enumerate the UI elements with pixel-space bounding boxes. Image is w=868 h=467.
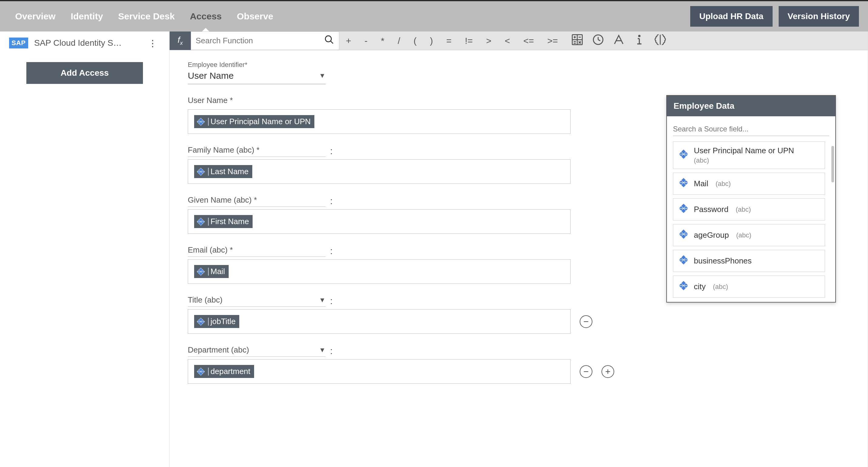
operator-button[interactable]: + xyxy=(339,36,358,46)
source-field-name: Password xyxy=(694,205,728,214)
diamond-icon xyxy=(196,317,205,326)
source-chip[interactable]: Mail xyxy=(194,265,229,278)
mapping-input[interactable]: department xyxy=(188,359,570,384)
source-field-item[interactable]: city(abc) xyxy=(673,276,825,298)
field-group: Given Name (abc) *:First Name xyxy=(188,195,666,234)
colon-label: : xyxy=(330,346,333,356)
sidebar: SAP SAP Cloud Identity S… ⋮ Add Access xyxy=(0,31,169,467)
version-history-button[interactable]: Version History xyxy=(779,6,859,27)
operator-button[interactable]: = xyxy=(440,36,459,46)
diamond-icon xyxy=(196,167,205,176)
operator-button[interactable]: * xyxy=(374,36,391,46)
formula-toolbar: fx +-*/()=!=><<=>= xyxy=(169,31,868,50)
field-group: Department (abc)▼:department xyxy=(188,345,666,384)
mapping-input[interactable]: Mail xyxy=(188,259,570,284)
formula-tool-icons xyxy=(570,31,676,50)
chip-label: Mail xyxy=(211,267,225,276)
source-field-item[interactable]: ageGroup(abc) xyxy=(673,224,825,246)
colon-label: : xyxy=(330,246,333,256)
chip-label: First Name xyxy=(211,217,249,226)
svg-point-4 xyxy=(325,36,331,42)
operator-button[interactable]: != xyxy=(458,36,479,46)
diamond-icon xyxy=(196,118,205,126)
source-field-item[interactable]: Password(abc) xyxy=(673,198,825,220)
source-field-list: User Principal Name or UPN(abc)Mail(abc)… xyxy=(673,142,829,302)
source-field-item[interactable]: User Principal Name or UPN(abc) xyxy=(673,142,825,169)
source-chip[interactable]: jobTitle xyxy=(194,315,239,328)
operator-button[interactable]: <= xyxy=(517,36,540,46)
remove-field-button[interactable] xyxy=(580,315,592,328)
source-field-type: (abc) xyxy=(716,180,731,188)
tab-service-desk[interactable]: Service Desk xyxy=(112,6,181,27)
diamond-icon xyxy=(196,217,205,226)
fx-badge-icon: fx xyxy=(169,31,191,50)
source-field-type: (abc) xyxy=(736,231,751,239)
scrollbar-thumb[interactable] xyxy=(831,146,834,182)
mapping-input[interactable]: User Principal Name or UPN xyxy=(188,109,570,134)
field-label[interactable]: Department (abc)▼ xyxy=(188,345,326,357)
mapping-input[interactable]: jobTitle xyxy=(188,309,570,334)
diamond-icon xyxy=(678,203,689,216)
chip-label: Last Name xyxy=(211,167,249,176)
nav-actions: Upload HR Data Version History xyxy=(690,6,859,27)
source-field-name: User Principal Name or UPN xyxy=(694,146,794,155)
operator-button[interactable]: ) xyxy=(424,36,440,46)
mapping-input[interactable]: First Name xyxy=(188,209,570,234)
calculator-icon[interactable] xyxy=(570,33,584,49)
sidebar-item-label: SAP Cloud Identity S… xyxy=(34,38,139,48)
source-chip[interactable]: Last Name xyxy=(194,165,252,178)
operator-button[interactable]: < xyxy=(498,36,517,46)
add-field-button[interactable] xyxy=(601,365,614,378)
add-access-button[interactable]: Add Access xyxy=(26,62,143,84)
mapping-input[interactable]: Last Name xyxy=(188,159,570,184)
colon-label: : xyxy=(330,146,333,156)
source-field-item[interactable]: Mail(abc) xyxy=(673,173,825,195)
function-search-input[interactable] xyxy=(196,32,324,50)
remove-field-button[interactable] xyxy=(580,365,592,378)
chip-label: department xyxy=(211,367,250,376)
operator-button[interactable]: / xyxy=(391,36,407,46)
source-chip[interactable]: First Name xyxy=(194,215,253,228)
operator-button[interactable]: ( xyxy=(407,36,424,46)
tab-access[interactable]: Access xyxy=(184,6,228,27)
svg-point-20 xyxy=(639,35,640,37)
field-label: Given Name (abc) * xyxy=(188,195,326,207)
source-field-item[interactable]: businessPhones xyxy=(673,250,825,272)
operator-buttons: +-*/()=!=><<=>= xyxy=(339,31,564,50)
operator-button[interactable]: > xyxy=(479,36,498,46)
field-label: Family Name (abc) * xyxy=(188,145,326,157)
font-icon[interactable] xyxy=(612,33,625,48)
diamond-icon xyxy=(196,268,205,276)
chevron-down-icon: ▼ xyxy=(319,72,326,80)
source-field-name: Mail xyxy=(694,179,708,188)
source-field-search-input[interactable] xyxy=(673,122,829,136)
tab-overview[interactable]: Overview xyxy=(9,6,61,27)
svg-line-18 xyxy=(598,40,600,41)
operator-button[interactable]: >= xyxy=(540,36,564,46)
source-field-name: ageGroup xyxy=(694,230,729,240)
kebab-menu-icon[interactable]: ⋮ xyxy=(145,38,160,49)
field-group: User Name *User Principal Name or UPN xyxy=(188,96,666,134)
brain-icon[interactable] xyxy=(654,33,667,49)
top-navbar: OverviewIdentityService DeskAccessObserv… xyxy=(0,1,868,31)
nav-tabs: OverviewIdentityService DeskAccessObserv… xyxy=(9,6,279,27)
employee-identifier-group: Employee Identifier* User Name ▼ xyxy=(188,61,666,84)
operator-button[interactable]: - xyxy=(358,36,374,46)
chip-label: jobTitle xyxy=(211,317,236,326)
source-chip[interactable]: department xyxy=(194,365,254,378)
clock-icon[interactable] xyxy=(592,33,604,48)
field-label[interactable]: Title (abc)▼ xyxy=(188,295,326,307)
employee-identifier-select[interactable]: User Name ▼ xyxy=(188,70,326,84)
colon-label: : xyxy=(330,196,333,206)
tab-observe[interactable]: Observe xyxy=(231,6,279,27)
source-field-type: (abc) xyxy=(736,206,751,214)
upload-hr-data-button[interactable]: Upload HR Data xyxy=(690,6,773,27)
source-chip[interactable]: User Principal Name or UPN xyxy=(194,115,314,128)
tab-identity[interactable]: Identity xyxy=(64,6,109,27)
source-field-name: city xyxy=(694,282,706,291)
search-icon[interactable] xyxy=(324,34,334,47)
source-field-name: businessPhones xyxy=(694,256,752,266)
field-label: Email (abc) * xyxy=(188,245,326,257)
sidebar-item-sap-cloud-identity[interactable]: SAP SAP Cloud Identity S… ⋮ xyxy=(0,31,169,55)
info-icon[interactable] xyxy=(633,33,646,48)
